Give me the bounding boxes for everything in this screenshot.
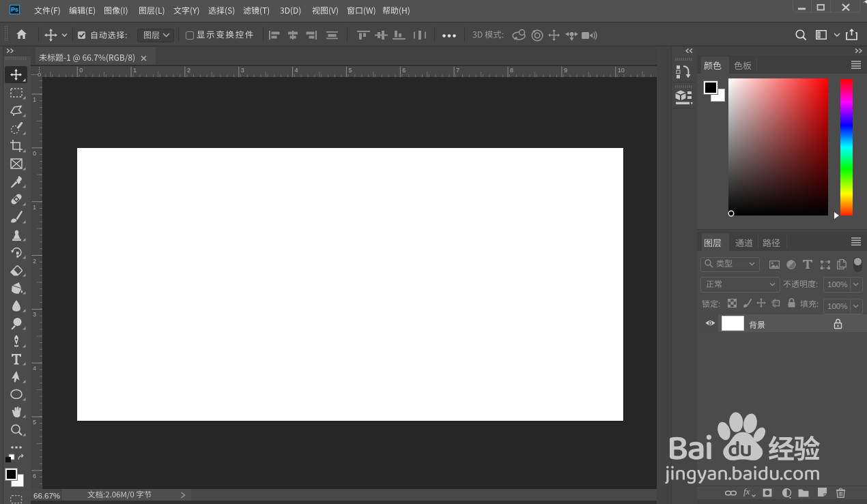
svg-text:7: 7 [456, 67, 459, 74]
svg-text:5: 5 [348, 67, 352, 74]
svg-text:5: 5 [33, 419, 36, 426]
svg-text:10: 10 [618, 67, 625, 74]
svg-text:9: 9 [564, 67, 567, 74]
svg-text:2: 2 [33, 258, 36, 265]
svg-text:4: 4 [33, 365, 36, 372]
svg-text:1: 1 [33, 204, 36, 211]
svg-text:1: 1 [33, 96, 36, 103]
svg-text:3: 3 [33, 311, 36, 318]
svg-text:3: 3 [241, 67, 244, 74]
svg-text:8: 8 [510, 67, 513, 74]
svg-text:0: 0 [79, 67, 83, 74]
svg-text:6: 6 [402, 67, 406, 74]
svg-text:0: 0 [33, 150, 36, 157]
svg-text:2: 2 [187, 67, 190, 74]
svg-text:6: 6 [33, 473, 36, 479]
svg-text:4: 4 [295, 67, 298, 74]
svg-text:1: 1 [133, 67, 137, 74]
